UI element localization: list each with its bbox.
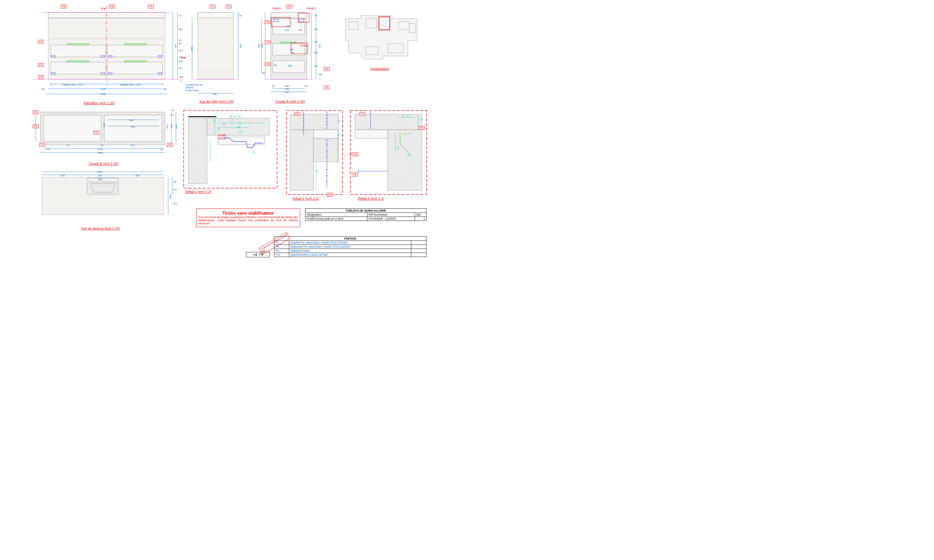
d610: 610 bbox=[131, 144, 135, 147]
tag-f5: F5 bbox=[324, 67, 330, 71]
d123b: 123 bbox=[179, 67, 182, 70]
d219: 219 bbox=[173, 202, 177, 205]
dim-3m: 3 bbox=[106, 83, 108, 86]
dim-1300: 1300 bbox=[100, 93, 106, 95]
svg-rect-74 bbox=[43, 115, 101, 142]
tag-f5: F5 bbox=[327, 193, 333, 197]
view-coupe-a bbox=[262, 12, 316, 92]
view-coupe-b bbox=[36, 112, 176, 152]
d10: 10 bbox=[229, 115, 232, 118]
d70a: 70 bbox=[314, 14, 317, 17]
d380: 380 bbox=[285, 88, 289, 91]
view-detail3 bbox=[350, 111, 427, 194]
d29: 29 bbox=[217, 128, 220, 130]
d300c: 300 bbox=[166, 125, 169, 128]
d5: 5 bbox=[409, 132, 410, 135]
note-title: Tiroirs sans stabilisateur bbox=[198, 211, 298, 215]
d750s: 750 bbox=[239, 43, 242, 48]
title-side: Vue de côté (ech 1:10) bbox=[199, 100, 234, 103]
d1label: Détail 1 bbox=[273, 7, 282, 10]
tag-f8: F8 bbox=[265, 40, 271, 44]
svg-rect-66 bbox=[349, 22, 358, 29]
d611: 611 bbox=[66, 144, 70, 147]
svg-rect-116 bbox=[355, 130, 388, 138]
d70: 70 bbox=[179, 14, 182, 17]
d250: 250 bbox=[98, 174, 102, 177]
d300b: 300 bbox=[313, 51, 317, 54]
d11: 11 bbox=[233, 115, 236, 118]
d140: 140 bbox=[406, 154, 410, 157]
tag-f5: F5 bbox=[39, 143, 45, 147]
title-implant: Implantation bbox=[370, 67, 389, 71]
d600: 600 bbox=[131, 125, 135, 128]
d361: 361 bbox=[287, 25, 290, 28]
a3-stamp: Le format original est en A3A3 bbox=[258, 240, 290, 247]
svg-rect-50 bbox=[273, 43, 305, 55]
d25a: 25 bbox=[179, 39, 182, 42]
d8: 8 bbox=[402, 114, 404, 117]
svg-rect-68 bbox=[399, 22, 409, 29]
tag-f5: F5 bbox=[419, 126, 425, 130]
d20l: 20 bbox=[272, 85, 274, 88]
d20f: 20 bbox=[315, 169, 318, 172]
d4: 4 bbox=[180, 79, 181, 82]
dim-1240: 1240 bbox=[100, 88, 106, 91]
d2label: Détail 2 bbox=[307, 7, 316, 10]
d25b: 25 bbox=[179, 56, 182, 59]
svg-rect-106 bbox=[313, 130, 338, 138]
svg-rect-41 bbox=[198, 12, 233, 18]
d30br: 30 bbox=[160, 148, 163, 151]
quincaillerie-table: TABLEAU DE QUINCAILLERIE DésignationRéf … bbox=[305, 208, 427, 221]
svg-rect-67 bbox=[366, 18, 377, 28]
d123a: 123 bbox=[179, 49, 182, 52]
svg-rect-93 bbox=[188, 118, 207, 183]
title-top: Vue du dessus (ech 1:10) bbox=[81, 226, 120, 230]
tag-f5: F5 bbox=[287, 5, 292, 8]
tag-f5: F5 bbox=[38, 40, 44, 43]
d100d: 100 bbox=[237, 126, 240, 129]
tag-f5: F5 bbox=[226, 5, 232, 8]
d131: 131 bbox=[173, 188, 177, 191]
svg-rect-69 bbox=[409, 23, 416, 33]
d128: 128 bbox=[313, 65, 317, 68]
svg-rect-115 bbox=[388, 130, 422, 191]
d20r: 20 bbox=[305, 85, 307, 88]
view-top bbox=[42, 172, 172, 215]
d284: 284 bbox=[103, 123, 106, 127]
coulisse-note: Coulisse BLUM 300mm Sortie totale bbox=[185, 83, 202, 92]
d568: 568 bbox=[129, 119, 133, 122]
tag-f8: F8 bbox=[265, 62, 271, 66]
d31: 31 bbox=[252, 151, 255, 154]
svg-rect-10 bbox=[108, 45, 162, 57]
d80: 80 bbox=[262, 72, 265, 74]
d26: 26 bbox=[397, 146, 400, 149]
d131d: 131 bbox=[238, 130, 242, 133]
d50: 50 bbox=[173, 180, 176, 183]
d400s: 400 bbox=[213, 93, 217, 95]
note-text: Pour les tiroirs de largeur supérieure à… bbox=[198, 215, 298, 225]
d95: 95 bbox=[291, 51, 294, 54]
view-implantation bbox=[336, 9, 427, 65]
d40a: 40 bbox=[179, 42, 182, 45]
d30bl: 30 bbox=[47, 148, 49, 151]
d4a: 4 bbox=[319, 77, 321, 80]
d400b: 400 bbox=[175, 125, 178, 128]
title-elevation: Elévation (ech 1:10) bbox=[84, 101, 114, 105]
d11b: 11 bbox=[407, 114, 409, 117]
d525l: 525 bbox=[61, 174, 65, 177]
q-title: TABLEAU DE QUINCAILLERIE bbox=[305, 209, 427, 213]
svg-rect-103 bbox=[290, 114, 338, 130]
d1: 1 bbox=[421, 135, 422, 138]
d361b: 361 bbox=[170, 125, 173, 128]
tag-f5: F5 bbox=[38, 63, 44, 67]
view-side bbox=[192, 12, 238, 93]
dim-30r: 30 bbox=[164, 88, 166, 91]
view-elevation bbox=[33, 6, 182, 94]
svg-rect-14 bbox=[108, 62, 162, 74]
svg-rect-105 bbox=[313, 138, 338, 162]
tag-f5: F5 bbox=[167, 143, 173, 147]
d100a: 100 bbox=[318, 73, 322, 76]
svg-rect-104 bbox=[290, 130, 313, 191]
d30e: 30 bbox=[337, 134, 340, 137]
title-d3: Détail 3 (ech 1:1) bbox=[358, 197, 384, 200]
